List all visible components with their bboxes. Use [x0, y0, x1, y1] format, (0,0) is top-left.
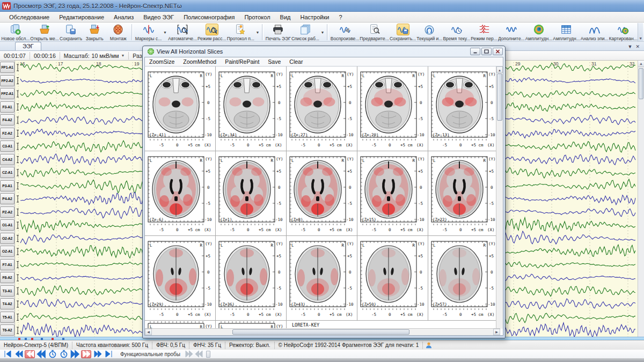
toolbar-button-1[interactable]: Открыть ме...: [30, 23, 59, 41]
toolbar-button-8[interactable]: Протокол п...: [226, 23, 254, 41]
menu-item-3[interactable]: Видео ЭЭГ: [138, 13, 179, 21]
channel-button-C3-A1[interactable]: C3-A1: [0, 141, 14, 152]
scale-select[interactable]: Масштаб:10 мкВ/мм ▼: [60, 52, 129, 60]
channel-button-PZ-A2[interactable]: PZ-A2: [0, 206, 14, 218]
toolbar-button-14[interactable]: Текущий и...: [416, 23, 443, 41]
playback-rew-double-button[interactable]: [36, 350, 46, 358]
channel-button-T6-A2[interactable]: T6-A2: [0, 324, 14, 336]
functional-test-nav-button[interactable]: [194, 351, 203, 358]
scroll-thumb[interactable]: [639, 68, 643, 99]
toolbar-dropdown-5[interactable]: ▼: [162, 23, 168, 41]
user-icon[interactable]: [425, 342, 433, 349]
slices-menu-zoomsize[interactable]: ZoomSize: [145, 58, 179, 65]
toolbar-button-4[interactable]: Монтаж: [106, 23, 130, 41]
slices-menu-paintrepaint[interactable]: Paint/RePaint: [221, 58, 264, 65]
toolbar-button-19[interactable]: Амплитудн...: [553, 23, 581, 41]
slices-menu-clear[interactable]: Clear: [285, 58, 307, 65]
tab-eeg[interactable]: ЭЭГ: [15, 42, 41, 50]
toolbar-button-7[interactable]: Режим расс...: [197, 23, 227, 41]
playbar-thumb[interactable]: [206, 351, 210, 358]
scroll-thumb[interactable]: [497, 73, 502, 121]
slices-window-titlebar[interactable]: View All Horizontal Slices: [143, 46, 505, 57]
brain-slice--6[interactable]: LR(Y)+50-5-10(Z=-6)-50+5 cm(X): [145, 151, 216, 236]
brain-slice-1[interactable]: LR(Y)+50-5-10(Z=1)-50+5 cm(X): [216, 151, 287, 236]
menu-item-7[interactable]: Настройки: [295, 13, 334, 21]
toolbar-button-17[interactable]: Дополните...: [497, 23, 525, 41]
toolbar-button-18[interactable]: Амплитудн...: [525, 23, 553, 41]
toolbar-button-3[interactable]: Закрыть: [83, 23, 106, 41]
minimize-button[interactable]: [470, 48, 480, 55]
close-panel-icon[interactable]: ✕: [635, 44, 640, 49]
menu-item-0[interactable]: Обследование: [4, 13, 54, 21]
scroll-up-icon[interactable]: ▲: [496, 67, 503, 73]
brain-slice-50[interactable]: LR(Y)+50-5-10(Z=50)-50+5 cm(X): [357, 236, 428, 321]
playback-skip-end-button[interactable]: [104, 350, 114, 358]
channel-button-FZ-A2[interactable]: FZ-A2: [0, 128, 14, 139]
toolbar-button-10[interactable]: Список раб...: [291, 23, 319, 41]
channel-button-P4-A2[interactable]: P4-A2: [0, 193, 14, 204]
toolbar-button-11[interactable]: Воспроизве...: [330, 23, 360, 41]
slices-vertical-scrollbar[interactable]: ▲: [496, 67, 503, 329]
menu-item-6[interactable]: Вид: [275, 13, 296, 21]
channel-button-O2-A2[interactable]: O2-A2: [0, 233, 14, 244]
channel-button-F8-A2[interactable]: F8-A2: [0, 272, 14, 283]
channel-button-OZ-A1[interactable]: OZ-A1: [0, 246, 14, 257]
playback-ffw-double-button[interactable]: [81, 350, 91, 358]
toolbar-button-5[interactable]: Маркеры с...: [135, 23, 162, 41]
playback-ffw-double-button[interactable]: [70, 350, 80, 358]
brain-slice-15[interactable]: LR(Y)+50-5-10(Z=15)-50+5 cm(X): [357, 151, 428, 236]
brain-slice-8[interactable]: LR(Y)+50-5-10(Z=8)-50+5 cm(X): [287, 151, 357, 236]
close-button[interactable]: [493, 48, 503, 55]
scroll-up-icon[interactable]: ▲: [638, 61, 644, 67]
toolbar-dropdown-8[interactable]: ▼: [254, 23, 260, 41]
playback-stopwatch-button[interactable]: [58, 350, 69, 358]
menu-item-1[interactable]: Редактирование: [54, 13, 109, 21]
playback-rew-double-button[interactable]: [13, 350, 24, 358]
playback-ffw-double-button[interactable]: [92, 350, 103, 358]
slices-menu-zoommethod[interactable]: ZoomMethod: [179, 58, 221, 65]
playback-skip-start-button[interactable]: [2, 350, 12, 358]
toolbar-button-16[interactable]: Режим пер...: [471, 23, 498, 41]
brain-slice--20[interactable]: LR(Y)+50-5-10(Z=-20)-50+5 cm(X): [357, 67, 428, 151]
toolbar-button-0[interactable]: Новое обсл...: [1, 23, 30, 41]
channel-button-O1-A1[interactable]: O1-A1: [0, 219, 14, 231]
channel-button-CZ-A1[interactable]: CZ-A1: [0, 167, 14, 178]
toolbar-button-6[interactable]: Автоматиче...: [168, 23, 197, 41]
brain-slice--13[interactable]: LR(Y)+50-5-10(Z=-13)-50+5 cm(X): [428, 67, 499, 151]
maximize-button[interactable]: [481, 48, 492, 55]
toolbar-dropdown-10[interactable]: ▼: [319, 23, 325, 41]
channel-button-FP1-A1[interactable]: FP1-A1: [0, 62, 14, 73]
channel-button-T5-A1[interactable]: T5-A1: [0, 312, 14, 323]
toolbar-button-2[interactable]: Сохранить: [59, 23, 83, 41]
brain-slice-22[interactable]: LR(Y)+50-5-10(Z=22)-50+5 cm(X): [428, 151, 499, 236]
playback-stopwatch-button[interactable]: [47, 350, 57, 358]
slices-menu-save[interactable]: Save: [264, 58, 285, 65]
channel-button-T3-A1[interactable]: T3-A1: [0, 285, 14, 297]
scroll-right-icon[interactable]: ▶: [493, 329, 500, 335]
playback-rew-double-button[interactable]: [25, 350, 35, 358]
channel-button-T4-A2[interactable]: T4-A2: [0, 298, 14, 309]
channel-button-FPZ-A1[interactable]: FPZ-A1: [0, 88, 14, 99]
channel-button-F4-A2[interactable]: F4-A2: [0, 114, 14, 125]
channel-button-F7-A1[interactable]: F7-A1: [0, 259, 14, 270]
toolbar-button-20[interactable]: Анализ эпи...: [580, 23, 609, 41]
channel-button-C4-A2[interactable]: C4-A2: [0, 154, 14, 165]
toolbar-button-21[interactable]: Картирован...: [609, 23, 638, 41]
eeg-vertical-scrollbar[interactable]: ▲: [638, 61, 644, 337]
menu-item-5[interactable]: Протокол: [239, 13, 275, 21]
toolbar-button-12[interactable]: Предварите...: [360, 23, 389, 41]
brain-slice-57[interactable]: LR(Y)+50-5-10(Z=57)-50+5 cm(X): [428, 236, 499, 321]
brain-slice-29[interactable]: LR(Y)+50-5-10(Z=29)-50+5 cm(X): [145, 236, 216, 321]
brain-slice-43[interactable]: LR(Y)+50-5-10(Z=43)-50+5 cm(X): [287, 236, 357, 321]
brain-slice-36[interactable]: LR(Y)+50-5-10(Z=36)-50+5 cm(X): [216, 236, 287, 321]
brain-slice--41[interactable]: LR(Y)+50-5-10(Z=-41)-50+5 cm(X): [145, 67, 216, 151]
scroll-thumb[interactable]: [232, 329, 409, 335]
toolbar-button-9[interactable]: Печать ЭЭГ: [265, 23, 291, 41]
slices-horizontal-scrollbar[interactable]: ◀ ▶: [145, 328, 500, 335]
channel-button-FP2-A2[interactable]: FP2-A2: [0, 75, 14, 86]
brain-slice--34[interactable]: LR(Y)+50-5-10(Z=-34)-50+5 cm(X): [216, 67, 287, 151]
toolbar-button-15[interactable]: Время теку...: [443, 23, 471, 41]
title-bar[interactable]: Просмотр ЭЭГ, 23 года, 25.12.2008 - Нейр…: [0, 0, 644, 12]
scroll-left-icon[interactable]: ◀: [145, 329, 152, 335]
channel-button-P3-A1[interactable]: P3-A1: [0, 180, 14, 191]
